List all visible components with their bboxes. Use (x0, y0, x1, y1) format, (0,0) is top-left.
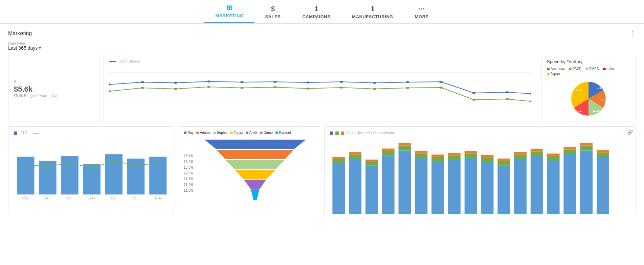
svg-point-11 (340, 81, 343, 83)
svg-point-10 (307, 81, 310, 83)
nav-item-manufacturing[interactable]: ℹ MANUFACTURING (341, 5, 404, 23)
funnel-label-0: 23.1% (184, 154, 193, 158)
svg-rect-97 (465, 158, 477, 214)
legend-india: India (603, 67, 614, 71)
svg-rect-103 (481, 155, 493, 158)
funnel-label-6: 11.3% (184, 189, 193, 192)
svg-rect-89 (431, 162, 444, 214)
svg-point-26 (373, 88, 376, 90)
funnel-label-5: 11.4% (184, 183, 193, 187)
legend-dot-pace (569, 68, 572, 70)
svg-point-24 (307, 88, 310, 90)
legend-dot-india (603, 68, 606, 70)
stacked-chart-area: 25 46 49 (330, 138, 630, 214)
funnel-legend-sophie: Sophie (213, 131, 227, 135)
svg-marker-64 (251, 190, 259, 200)
top-navigation: ⊞ MARKETING $ SALES ℹ CAMPAIGNS ℹ MANUFA… (0, 0, 644, 24)
svg-point-16 (505, 91, 509, 93)
field-card-inner: Field / Target/Outcome/Incme 25 (325, 127, 636, 214)
svg-point-18 (109, 90, 111, 92)
svg-rect-90 (431, 157, 444, 162)
svg-rect-113 (531, 156, 543, 214)
funnel-label-3: 12.8% (184, 171, 193, 175)
funnel-legend-adams: Adams (196, 131, 210, 135)
funnel-legend-paradot: Paradot (275, 131, 291, 135)
svg-rect-95 (448, 153, 461, 155)
nav-label-manufacturing: MANUFACTURING (352, 14, 393, 19)
legend-emea: EMEA (585, 67, 599, 71)
svg-point-53 (69, 162, 71, 164)
svg-text:12.8k: 12.8k (88, 197, 95, 200)
ctr-chart-label: CTR (14, 131, 168, 135)
svg-rect-37 (17, 157, 34, 195)
svg-point-20 (174, 88, 178, 90)
legend-label-americas: Americas (551, 67, 565, 71)
svg-text:30.9k: 30.9k (22, 197, 29, 200)
svg-rect-101 (481, 162, 493, 214)
campaigns-icon: ℹ (315, 5, 318, 13)
svg-rect-117 (547, 161, 560, 214)
svg-rect-110 (514, 154, 527, 159)
svg-rect-109 (514, 159, 527, 214)
ctr-chart-svg: 30.9k 25.4 30.4 12.8k 36.4 30.4 30.9k (14, 138, 168, 210)
svg-rect-69 (349, 159, 361, 214)
svg-rect-126 (580, 146, 593, 151)
marketing-icon: ⊞ (226, 4, 232, 12)
svg-point-21 (207, 86, 211, 88)
nav-item-sales[interactable]: $ SALES (254, 5, 292, 23)
svg-rect-105 (497, 166, 510, 214)
dashboard: $ $5.6k $5.6k Budget / Year to Dat Open … (0, 55, 644, 222)
svg-rect-106 (497, 161, 510, 166)
svg-rect-121 (563, 154, 576, 214)
svg-rect-107 (497, 159, 510, 161)
more-options-button[interactable]: ⋮ (630, 30, 636, 37)
nav-label-campaigns: CAMPAIGNS (302, 14, 330, 19)
svg-rect-74 (365, 162, 378, 166)
svg-marker-62 (244, 180, 266, 190)
svg-rect-78 (382, 151, 395, 155)
svg-point-57 (157, 163, 159, 165)
legend-label-emea: EMEA (589, 67, 599, 71)
funnel-label-4: 11.7% (184, 177, 193, 181)
svg-rect-118 (547, 156, 560, 161)
funnel-legend-damo: Damo (260, 131, 273, 135)
svg-rect-82 (399, 146, 411, 151)
funnel-label-1: 16.4% (184, 160, 193, 164)
svg-point-15 (472, 92, 476, 94)
nav-item-campaigns[interactable]: ℹ CAMPAIGNS (291, 5, 341, 23)
budget-metric-card: $ $5.6k $5.6k Budget / Year to Dat (8, 55, 99, 122)
date-filter-label: Date Filter (8, 41, 636, 45)
funnel-label-2: 13.3% (184, 166, 193, 169)
funnel-labels: 23.1% 16.4% 13.3% 12.8% 11.7% 11.4% 11.3… (184, 154, 193, 192)
svg-point-30 (505, 98, 509, 100)
page-title: Marketing (8, 30, 32, 37)
svg-point-52 (47, 166, 49, 168)
ctr-card-inner: CTR 30.9k (8, 127, 174, 214)
svg-rect-66 (332, 159, 345, 163)
svg-point-4 (109, 83, 111, 86)
sales-icon: $ (271, 5, 275, 13)
funnel-chart-area: 23.1% 16.4% 13.3% 12.8% 11.7% 11.4% 11.3… (184, 137, 314, 210)
legend-pace: PACE (569, 67, 582, 71)
svg-point-54 (91, 167, 93, 169)
legend-japan: Japan (547, 72, 560, 76)
svg-text:21.6%: 21.6% (576, 89, 583, 92)
chevron-down-icon: ▾ (39, 46, 41, 50)
svg-point-25 (340, 87, 343, 89)
svg-text:30.4: 30.4 (67, 197, 73, 200)
legend-dot-japan (547, 73, 550, 75)
link-icon[interactable]: 🔗 (627, 129, 633, 135)
line-chart-card: Open Budget (104, 55, 537, 122)
svg-rect-81 (399, 151, 411, 214)
funnel-card-inner: Roy Adams Sophie Topaz Ariett Damo Parad… (178, 127, 320, 214)
legend-label-india: India (607, 67, 614, 71)
svg-text:36.4: 36.4 (111, 197, 117, 200)
nav-item-more[interactable]: ··· MORE (404, 5, 440, 23)
svg-text:21.8%: 21.8% (598, 86, 606, 89)
nav-item-marketing[interactable]: ⊞ MARKETING (204, 4, 254, 23)
svg-point-14 (439, 81, 443, 83)
manufacturing-icon: ℹ (371, 5, 374, 13)
date-filter-dropdown[interactable]: Last 365 days ▾ (8, 45, 636, 51)
pie-legend: Americas PACE EMEA India (547, 67, 630, 76)
svg-rect-111 (514, 152, 527, 154)
